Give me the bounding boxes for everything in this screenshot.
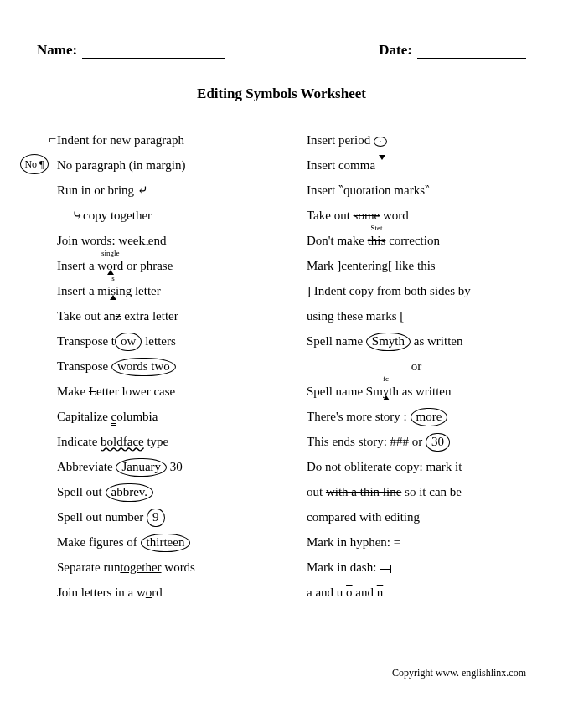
stet-mark: this <box>368 234 386 247</box>
right-column: Insert period ·Insert comma Insert ‶quot… <box>307 127 526 605</box>
text: Spell name Sm <box>307 385 383 398</box>
caret-insert: s <box>111 284 116 297</box>
text: Transpose t <box>57 334 115 348</box>
list-item: Run in or bring ⤶ <box>57 178 276 203</box>
list-item: Spell out number 9 <box>57 504 276 529</box>
list-item: Insert ‶quotation marks‶ <box>307 178 526 203</box>
close-up-mark <box>145 234 148 247</box>
list-item: Abbreviate January 30 <box>57 454 276 479</box>
text: or phrase <box>123 259 173 272</box>
text: etter lower case <box>96 385 175 398</box>
text: Run in or bring ⤶ <box>57 183 148 197</box>
list-item: Capitalize columbia <box>57 404 276 429</box>
list-item: Spell name Smyth as written <box>307 328 526 354</box>
list-item: out with a thin line so it can be <box>307 479 526 504</box>
circled-text: more <box>411 408 448 426</box>
list-item: Join words: week end <box>57 228 276 253</box>
text: rd <box>152 586 163 599</box>
name-blank[interactable] <box>82 42 225 59</box>
content-columns: ⌐Indent for new paragraphNo ¶No paragrap… <box>37 127 526 605</box>
text: words <box>162 560 195 574</box>
text: Spell name <box>307 334 366 348</box>
list-item: Spell name Smyth as written <box>307 379 526 404</box>
text: Indent for new paragraph <box>57 133 184 147</box>
circled-text: Smyth <box>366 333 411 351</box>
text: word <box>380 209 409 222</box>
text: extra letter <box>121 309 178 323</box>
text: There's more story : <box>307 410 411 423</box>
page-title: Editing Symbols Worksheet <box>37 85 526 102</box>
date-blank[interactable] <box>417 42 526 59</box>
lowercase-mark: L <box>89 385 96 398</box>
text: Spell out number <box>57 510 147 524</box>
capitalize-mark: c <box>111 410 117 423</box>
text: This ends story: ### or <box>307 435 426 448</box>
caret-insert: word <box>97 259 123 272</box>
header-row: Name: Date: <box>37 42 526 59</box>
text: Make <box>57 385 89 398</box>
text: th as written <box>389 385 451 398</box>
name-label: Name: <box>37 42 77 59</box>
list-item: Join letters in a word <box>57 580 276 605</box>
list-item: Make figures of thirteen <box>57 529 276 555</box>
caret-insert: y <box>383 385 390 398</box>
list-item: Insert a word or phrase <box>57 253 276 278</box>
text: quotation marks <box>343 183 425 197</box>
text: a and u <box>307 586 343 599</box>
text: Insert comma <box>307 158 379 172</box>
circled-text: 9 <box>147 509 165 527</box>
strike-text: with a thin line <box>326 485 401 498</box>
text: No paragraph (in margin) <box>57 158 185 172</box>
list-item: Transpose words two <box>57 354 276 379</box>
list-item: ] Indent copy from both sides by <box>307 278 526 303</box>
text: ⤷copy together <box>72 209 152 222</box>
text: Don't make <box>307 234 368 247</box>
text: Spell out <box>57 485 106 498</box>
list-item: Insert period · <box>307 127 526 152</box>
list-item: Don't make this correction <box>307 228 526 253</box>
text: ing letter <box>116 284 161 297</box>
text: compared with editing <box>307 510 420 524</box>
text: 30 <box>167 460 183 473</box>
separate-mark: together <box>120 560 161 574</box>
circled-text: thirteen <box>141 534 191 552</box>
text: letters <box>142 334 175 348</box>
text: correction <box>385 234 440 247</box>
name-field: Name: <box>37 42 225 59</box>
text: Make figures of <box>57 535 141 549</box>
list-item: Take out some word <box>307 203 526 228</box>
list-item: a and u o and n <box>307 580 526 605</box>
text: Join words: week <box>57 234 145 247</box>
list-item: compared with editing <box>307 504 526 529</box>
text: so it can be <box>401 485 462 498</box>
list-item: Transpose tow letters <box>57 328 276 354</box>
date-field: Date: <box>379 42 526 59</box>
list-item: ⤷copy together <box>57 203 276 228</box>
text: Capitalize <box>57 410 111 423</box>
list-item: Insert a mising letter <box>57 278 276 303</box>
margin-mark: No ¶ <box>20 154 49 174</box>
text: using these marks [ <box>307 309 404 323</box>
list-item: There's more story : more <box>307 404 526 429</box>
text: Abbreviate <box>57 460 116 473</box>
copyright-footer: Copyright www. englishlinx.com <box>392 667 526 679</box>
strike-text: some <box>354 209 380 222</box>
text: Insert a mi <box>57 284 111 297</box>
dash-mark <box>380 565 391 573</box>
text: Insert <box>307 183 338 197</box>
list-item: Insert comma <box>307 152 526 178</box>
text: Insert period <box>307 133 374 147</box>
text: type <box>144 435 169 448</box>
text: Join letters in a w <box>57 586 146 599</box>
circled-text: ow <box>115 333 142 351</box>
text: Insert a <box>57 259 97 272</box>
date-label: Date: <box>379 42 412 59</box>
text: Mark in hyphen: = <box>307 535 400 549</box>
list-item: Do not obliterate copy: mark it <box>307 454 526 479</box>
quote-mark-icon: ‶ <box>425 183 430 197</box>
overline-text: n <box>377 586 384 599</box>
list-item: or <box>307 354 526 379</box>
text: Indicate <box>57 435 101 448</box>
list-item: No ¶No paragraph (in margin) <box>57 152 276 178</box>
overline-text: o <box>346 586 353 599</box>
